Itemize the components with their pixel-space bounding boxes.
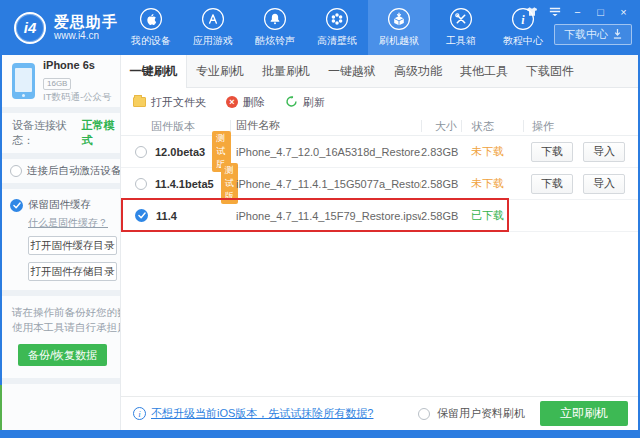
connection-status-label: 设备连接状态： [12, 118, 79, 148]
nav-item-toolbox[interactable]: 工具箱 [430, 0, 492, 55]
nav-label: 高清壁纸 [317, 34, 357, 48]
open-cache-dir-button[interactable]: 打开固件缓存目录 [28, 236, 117, 255]
delete-label: 删除 [243, 95, 265, 110]
cache-panel: 保留固件缓存 什么是固件缓存？ 打开固件缓存目录 打开固件存储目录 [0, 189, 120, 296]
app-url: www.i4.cn [54, 30, 118, 41]
refresh-button[interactable]: 刷新 [285, 95, 325, 110]
menu-icon[interactable] [548, 5, 561, 18]
keep-user-data-radio[interactable] [418, 408, 430, 420]
tab-other-tools[interactable]: 其他工具 [451, 55, 517, 87]
firmware-filename: iPhone_4.7_12.0_16A5318d_Restore.ipsw [231, 146, 421, 158]
tab-pro-flash[interactable]: 专业刷机 [187, 55, 253, 87]
open-storage-dir-button[interactable]: 打开固件存储目录 [28, 262, 117, 281]
nav-label: 酷炫铃声 [255, 34, 295, 48]
device-subtitle: IT数码通-公众号 [43, 91, 112, 103]
keep-cache-checkbox[interactable] [10, 199, 23, 212]
nav-label: 刷机越狱 [379, 34, 419, 48]
nav-item-ringtones[interactable]: 酷炫铃声 [244, 0, 306, 55]
device-panel: iPhone 6s 16GB IT数码通-公众号 [0, 55, 120, 113]
app-title: 爱思助手 [54, 14, 118, 30]
firmware-size: 2.58GB [421, 210, 461, 222]
firmware-select-radio[interactable] [135, 146, 147, 158]
folder-icon [133, 97, 146, 107]
refresh-icon [285, 95, 298, 110]
table-row-selected[interactable]: 11.4 iPhone_4.7_11.4_15F79_Restore.ipsw … [121, 200, 640, 232]
table-row[interactable]: 11.4.1beta5 测试版 iPhone_4.7_11.4.1_15G507… [121, 168, 640, 200]
apple-icon [139, 7, 163, 31]
warning-text-line1: 请在操作前备份好您的数据 [12, 305, 120, 320]
firmware-size: 2.58GB [421, 178, 461, 190]
warning-text-line2: 使用本工具请自行承担风险 [12, 320, 120, 335]
wallpaper-icon [325, 7, 349, 31]
toolbox-icon [449, 7, 473, 31]
nav-item-apps-games[interactable]: 应用游戏 [182, 0, 244, 55]
download-button[interactable]: 下载 [531, 142, 573, 162]
nav-item-my-devices[interactable]: 我的设备 [120, 0, 182, 55]
tab-download-firmware[interactable]: 下载固件 [517, 55, 583, 87]
erase-data-tip-link[interactable]: 不想升级当前iOS版本，先试试抹除所有数据? [151, 406, 373, 421]
firmware-status: 未下载 [461, 176, 523, 191]
main-nav: 我的设备 应用游戏 酷炫铃声 高清壁纸 刷机越狱 [120, 0, 554, 55]
bell-icon [263, 7, 287, 31]
nav-item-flash-jailbreak[interactable]: 刷机越狱 [368, 0, 430, 55]
tab-bar: 一键刷机 专业刷机 批量刷机 一键越狱 高级功能 其他工具 下载固件 [121, 55, 640, 88]
tab-one-key-flash[interactable]: 一键刷机 [121, 55, 187, 88]
cache-help-link[interactable]: 什么是固件缓存？ [28, 216, 108, 230]
col-header-version: 固件版本 [121, 120, 231, 132]
download-center-button[interactable]: 下载中心 [554, 24, 632, 45]
download-button[interactable]: 下载 [531, 174, 573, 194]
skin-icon[interactable] [525, 5, 538, 18]
download-icon [613, 29, 622, 41]
window-bottom-edge [0, 430, 640, 438]
firmware-status: 未下载 [461, 144, 523, 159]
minimize-icon[interactable]: − [571, 5, 584, 18]
col-header-size: 大小 [421, 120, 461, 132]
firmware-version: 12.0beta3 [155, 146, 205, 158]
open-folder-button[interactable]: 打开文件夹 [133, 95, 206, 110]
appstore-icon [201, 7, 225, 31]
import-button[interactable]: 导入 [583, 142, 625, 162]
sidebar: iPhone 6s 16GB IT数码通-公众号 设备连接状态： 正常模式 连接… [0, 55, 120, 430]
import-button[interactable]: 导入 [583, 174, 625, 194]
auto-activate-radio[interactable] [10, 165, 22, 177]
connection-status-value: 正常模式 [81, 118, 120, 148]
top-bar: i4 爱思助手 www.i4.cn 我的设备 应用游戏 酷炫铃声 [0, 0, 640, 55]
open-folder-label: 打开文件夹 [151, 95, 206, 110]
keep-cache-option[interactable]: 保留固件缓存 [10, 198, 120, 212]
jailbreak-icon [387, 7, 411, 31]
auto-activate-label: 连接后自动激活设备 [27, 164, 122, 178]
tab-one-key-jailbreak[interactable]: 一键越狱 [319, 55, 385, 87]
firmware-filename: iPhone_4.7_11.4_15F79_Restore.ipsw [231, 210, 421, 222]
window-controls: − □ × [525, 5, 630, 18]
firmware-selected-radio[interactable] [135, 209, 148, 222]
footer-bar: i 不想升级当前iOS版本，先试试抹除所有数据? 保留用户资料刷机 立即刷机 [121, 396, 640, 430]
download-center-label: 下载中心 [564, 27, 608, 42]
keep-cache-label: 保留固件缓存 [28, 198, 91, 212]
tab-batch-flash[interactable]: 批量刷机 [253, 55, 319, 87]
i4-logo-icon: i4 [14, 12, 46, 44]
device-capacity-badge: 16GB [43, 78, 71, 90]
close-icon[interactable]: × [617, 5, 630, 18]
nav-label: 教程中心 [503, 34, 543, 48]
firmware-version: 11.4 [156, 210, 177, 222]
device-name: iPhone 6s [43, 59, 112, 72]
backup-restore-button[interactable]: 备份/恢复数据 [18, 344, 107, 366]
delete-button[interactable]: × 删除 [226, 95, 265, 110]
info-icon: i [133, 407, 146, 420]
maximize-icon[interactable]: □ [594, 5, 607, 18]
flash-now-button[interactable]: 立即刷机 [540, 401, 628, 426]
nav-label: 工具箱 [446, 34, 476, 48]
firmware-filename: iPhone_4.7_11.4.1_15G5077a_Restore.ipsw [231, 178, 421, 190]
window-left-edge [0, 55, 2, 385]
col-header-name: 固件名称 [231, 118, 421, 133]
nav-label: 应用游戏 [193, 34, 233, 48]
nav-item-wallpapers[interactable]: 高清壁纸 [306, 0, 368, 55]
iphone-icon [12, 63, 35, 99]
firmware-select-radio[interactable] [135, 178, 147, 190]
auto-activate-option[interactable]: 连接后自动激活设备 [0, 159, 120, 189]
firmware-status: 已下载 [461, 208, 523, 223]
app-logo: i4 爱思助手 www.i4.cn [14, 12, 118, 44]
col-header-action: 操作 [523, 120, 640, 132]
refresh-label: 刷新 [303, 95, 325, 110]
tab-advanced[interactable]: 高级功能 [385, 55, 451, 87]
